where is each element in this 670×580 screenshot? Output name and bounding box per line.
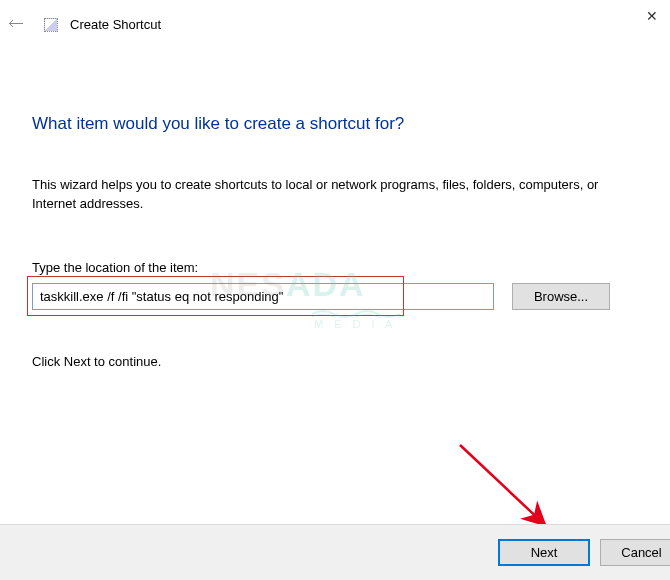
location-row: Browse... — [32, 283, 638, 310]
back-arrow-icon[interactable]: 🡐 — [8, 15, 24, 33]
next-button[interactable]: Next — [498, 539, 590, 566]
browse-button[interactable]: Browse... — [512, 283, 610, 310]
footer-bar: Next Cancel — [0, 524, 670, 580]
svg-line-0 — [460, 445, 545, 525]
shortcut-icon — [44, 18, 58, 32]
title-bar: 🡐 Create Shortcut ✕ — [0, 0, 670, 48]
location-label: Type the location of the item: — [32, 260, 638, 275]
window-title: Create Shortcut — [70, 17, 161, 32]
location-input[interactable] — [32, 283, 494, 310]
wizard-description: This wizard helps you to create shortcut… — [32, 176, 632, 214]
input-wrapper — [32, 283, 494, 310]
cancel-button[interactable]: Cancel — [600, 539, 670, 566]
content-area: What item would you like to create a sho… — [0, 114, 670, 369]
close-icon[interactable]: ✕ — [646, 8, 658, 24]
continue-instruction: Click Next to continue. — [32, 354, 638, 369]
page-heading: What item would you like to create a sho… — [32, 114, 638, 134]
